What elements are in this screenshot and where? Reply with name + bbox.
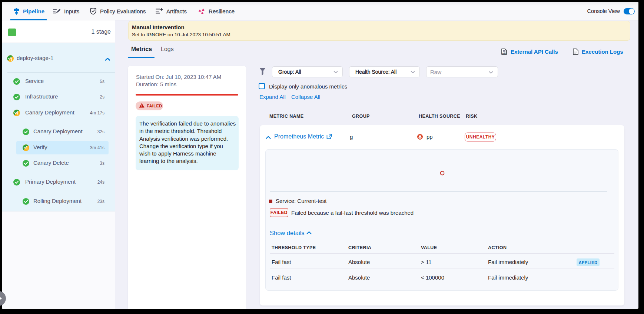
svg-text:API: API (502, 52, 506, 54)
